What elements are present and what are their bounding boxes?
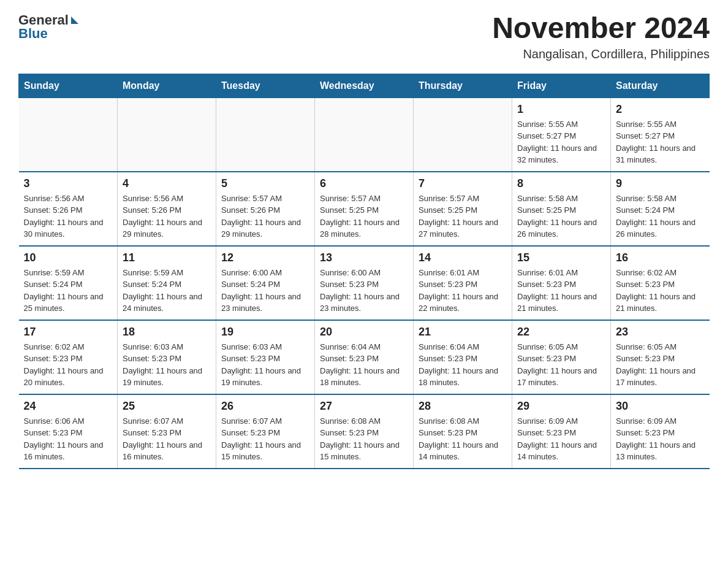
logo-arrow-icon [71,17,78,24]
day-number: 22 [517,326,605,339]
calendar-day-cell [118,98,216,172]
day-number: 19 [221,326,309,339]
day-info: Sunrise: 6:08 AMSunset: 5:23 PMDaylight:… [320,415,408,463]
title-area: November 2024 Nangalisan, Cordillera, Ph… [492,12,710,61]
day-info: Sunrise: 5:55 AMSunset: 5:27 PMDaylight:… [616,118,705,166]
page-subtitle: Nangalisan, Cordillera, Philippines [492,47,710,61]
day-number: 8 [517,177,605,190]
day-number: 3 [24,177,113,190]
day-info: Sunrise: 6:01 AMSunset: 5:23 PMDaylight:… [517,267,605,315]
day-info: Sunrise: 5:56 AMSunset: 5:26 PMDaylight:… [123,193,211,240]
calendar-day-cell: 6Sunrise: 5:57 AMSunset: 5:25 PMDaylight… [315,172,414,246]
calendar-week-row: 3Sunrise: 5:56 AMSunset: 5:26 PMDaylight… [19,172,710,246]
day-number: 5 [221,177,309,190]
calendar-day-cell: 4Sunrise: 5:56 AMSunset: 5:26 PMDaylight… [118,172,216,246]
day-info: Sunrise: 5:58 AMSunset: 5:24 PMDaylight:… [616,193,705,240]
calendar-day-cell: 12Sunrise: 6:00 AMSunset: 5:24 PMDayligh… [216,246,315,320]
day-number: 18 [123,326,211,339]
calendar-day-cell [19,98,118,172]
day-number: 2 [616,103,705,116]
calendar-day-cell: 23Sunrise: 6:05 AMSunset: 5:23 PMDayligh… [611,320,710,394]
day-number: 12 [221,251,309,264]
day-info: Sunrise: 5:57 AMSunset: 5:25 PMDaylight:… [419,193,507,240]
calendar-day-cell: 10Sunrise: 5:59 AMSunset: 5:24 PMDayligh… [19,246,118,320]
day-number: 30 [616,400,705,413]
day-number: 1 [517,103,605,116]
calendar-day-cell: 29Sunrise: 6:09 AMSunset: 5:23 PMDayligh… [512,394,611,469]
weekday-header-friday: Friday [512,74,611,98]
day-info: Sunrise: 6:01 AMSunset: 5:23 PMDaylight:… [419,267,507,315]
calendar-day-cell: 17Sunrise: 6:02 AMSunset: 5:23 PMDayligh… [19,320,118,394]
calendar-day-cell: 28Sunrise: 6:08 AMSunset: 5:23 PMDayligh… [414,394,512,469]
day-info: Sunrise: 5:58 AMSunset: 5:25 PMDaylight:… [517,193,605,240]
day-number: 21 [419,326,507,339]
day-number: 14 [419,251,507,264]
day-number: 28 [419,400,507,413]
day-number: 11 [123,251,211,264]
calendar-week-row: 17Sunrise: 6:02 AMSunset: 5:23 PMDayligh… [19,320,710,394]
weekday-header-row: SundayMondayTuesdayWednesdayThursdayFrid… [19,74,710,98]
day-info: Sunrise: 6:06 AMSunset: 5:23 PMDaylight:… [24,415,113,463]
calendar-day-cell: 2Sunrise: 5:55 AMSunset: 5:27 PMDaylight… [611,98,710,172]
day-info: Sunrise: 5:56 AMSunset: 5:26 PMDaylight:… [24,193,113,240]
day-info: Sunrise: 6:03 AMSunset: 5:23 PMDaylight:… [123,341,211,389]
calendar-day-cell: 26Sunrise: 6:07 AMSunset: 5:23 PMDayligh… [216,394,315,469]
calendar-day-cell: 24Sunrise: 6:06 AMSunset: 5:23 PMDayligh… [19,394,118,469]
day-number: 23 [616,326,705,339]
page-title: November 2024 [492,12,710,45]
calendar-day-cell: 21Sunrise: 6:04 AMSunset: 5:23 PMDayligh… [414,320,512,394]
day-number: 27 [320,400,408,413]
day-info: Sunrise: 6:09 AMSunset: 5:23 PMDaylight:… [517,415,605,463]
weekday-header-monday: Monday [118,74,216,98]
calendar-day-cell: 18Sunrise: 6:03 AMSunset: 5:23 PMDayligh… [118,320,216,394]
day-info: Sunrise: 6:00 AMSunset: 5:24 PMDaylight:… [221,267,309,315]
page-header: General Blue November 2024 Nangalisan, C… [18,12,710,61]
day-number: 20 [320,326,408,339]
calendar-day-cell: 27Sunrise: 6:08 AMSunset: 5:23 PMDayligh… [315,394,414,469]
calendar-day-cell: 20Sunrise: 6:04 AMSunset: 5:23 PMDayligh… [315,320,414,394]
calendar-day-cell: 5Sunrise: 5:57 AMSunset: 5:26 PMDaylight… [216,172,315,246]
calendar-day-cell [315,98,414,172]
day-number: 7 [419,177,507,190]
day-number: 4 [123,177,211,190]
calendar-day-cell [414,98,512,172]
day-info: Sunrise: 6:00 AMSunset: 5:23 PMDaylight:… [320,267,408,315]
day-info: Sunrise: 6:05 AMSunset: 5:23 PMDaylight:… [616,341,705,389]
calendar-day-cell: 3Sunrise: 5:56 AMSunset: 5:26 PMDaylight… [19,172,118,246]
calendar-day-cell: 16Sunrise: 6:02 AMSunset: 5:23 PMDayligh… [611,246,710,320]
day-info: Sunrise: 6:02 AMSunset: 5:23 PMDaylight:… [616,267,705,315]
calendar-day-cell: 8Sunrise: 5:58 AMSunset: 5:25 PMDaylight… [512,172,611,246]
calendar-day-cell: 30Sunrise: 6:09 AMSunset: 5:23 PMDayligh… [611,394,710,469]
calendar-day-cell: 19Sunrise: 6:03 AMSunset: 5:23 PMDayligh… [216,320,315,394]
day-info: Sunrise: 6:04 AMSunset: 5:23 PMDaylight:… [419,341,507,389]
weekday-header-saturday: Saturday [611,74,710,98]
day-info: Sunrise: 6:02 AMSunset: 5:23 PMDaylight:… [24,341,113,389]
calendar-day-cell: 15Sunrise: 6:01 AMSunset: 5:23 PMDayligh… [512,246,611,320]
day-info: Sunrise: 6:08 AMSunset: 5:23 PMDaylight:… [419,415,507,463]
day-number: 10 [24,251,113,264]
calendar-week-row: 24Sunrise: 6:06 AMSunset: 5:23 PMDayligh… [19,394,710,469]
calendar-header: SundayMondayTuesdayWednesdayThursdayFrid… [19,74,710,98]
day-info: Sunrise: 5:55 AMSunset: 5:27 PMDaylight:… [517,118,605,166]
day-number: 13 [320,251,408,264]
calendar-week-row: 10Sunrise: 5:59 AMSunset: 5:24 PMDayligh… [19,246,710,320]
day-number: 24 [24,400,113,413]
day-info: Sunrise: 6:03 AMSunset: 5:23 PMDaylight:… [221,341,309,389]
weekday-header-sunday: Sunday [19,74,118,98]
logo-blue-text: Blue [18,26,48,42]
day-info: Sunrise: 6:07 AMSunset: 5:23 PMDaylight:… [123,415,211,463]
day-number: 15 [517,251,605,264]
weekday-header-tuesday: Tuesday [216,74,315,98]
calendar-day-cell: 11Sunrise: 5:59 AMSunset: 5:24 PMDayligh… [118,246,216,320]
calendar-week-row: 1Sunrise: 5:55 AMSunset: 5:27 PMDaylight… [19,98,710,172]
day-number: 26 [221,400,309,413]
day-number: 29 [517,400,605,413]
day-info: Sunrise: 5:59 AMSunset: 5:24 PMDaylight:… [123,267,211,315]
calendar-table: SundayMondayTuesdayWednesdayThursdayFrid… [18,74,710,469]
calendar-day-cell: 25Sunrise: 6:07 AMSunset: 5:23 PMDayligh… [118,394,216,469]
calendar-body: 1Sunrise: 5:55 AMSunset: 5:27 PMDaylight… [19,98,710,469]
calendar-day-cell: 7Sunrise: 5:57 AMSunset: 5:25 PMDaylight… [414,172,512,246]
calendar-day-cell: 22Sunrise: 6:05 AMSunset: 5:23 PMDayligh… [512,320,611,394]
day-number: 17 [24,326,113,339]
day-info: Sunrise: 6:09 AMSunset: 5:23 PMDaylight:… [616,415,705,463]
